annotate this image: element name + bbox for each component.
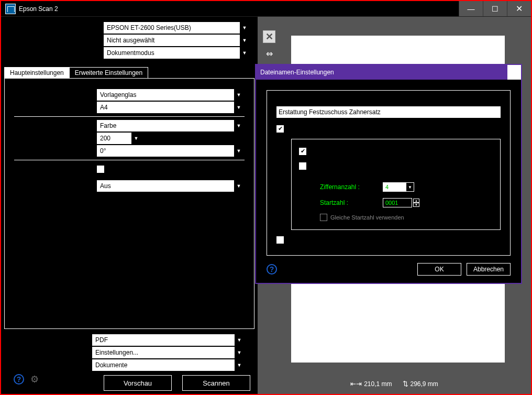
checkbox-1[interactable]: ✔ [276, 125, 284, 133]
chevron-down-icon: ▼ [131, 133, 141, 144]
format-value: PDF [95, 336, 108, 344]
corner-icons: ? ⚙ [14, 374, 40, 385]
color-value: Farbe [100, 122, 116, 129]
chevron-down-icon: ▼ [235, 359, 244, 371]
cancel-label: Abbrechen [473, 266, 504, 273]
spin-down-icon[interactable]: ▼ [413, 203, 419, 207]
chevron-down-icon: ▼ [240, 22, 249, 34]
scanner-value: EPSON ET-2600 Series(USB) [107, 24, 191, 31]
color-select[interactable]: Farbe ▼ [97, 120, 243, 131]
folder-value: Dokumente [95, 361, 127, 369]
option-select[interactable]: Aus ▼ [97, 180, 243, 192]
folder-select[interactable]: Dokumente ▼ [92, 359, 244, 371]
start-spinner[interactable]: 0001 ▲ ▼ [383, 198, 419, 207]
selection-value: Nicht ausgewählt [107, 37, 154, 44]
selection-select[interactable]: Nicht ausgewählt ▼ [104, 35, 249, 46]
width-icon: ⇤⇥ [350, 380, 362, 388]
gear-icon[interactable]: ⚙ [29, 374, 40, 385]
help-icon[interactable]: ? [14, 374, 24, 385]
format-select[interactable]: PDF ▼ [92, 334, 244, 346]
tab-main[interactable]: Haupteinstellungen [4, 67, 70, 79]
rotation-value: 0° [100, 147, 106, 155]
window-buttons: — ☐ ✕ [459, 1, 531, 16]
filename-input[interactable]: Erstattung Festzuschuss Zahnersatz [276, 106, 501, 118]
scan-button[interactable]: Scannen [182, 375, 250, 391]
scanner-select[interactable]: EPSON ET-2600 Series(USB) ▼ [104, 22, 249, 34]
clear-preview-button[interactable]: ✕ [263, 30, 275, 43]
scan-label: Scannen [203, 379, 229, 387]
filename-value: Erstattung Festzuschuss Zahnersatz [279, 108, 381, 116]
preview-button[interactable]: Vorschau [104, 375, 172, 391]
flip-horizontal-icon[interactable]: ⇔ [263, 47, 275, 60]
digits-select[interactable]: 4 ▼ [383, 182, 414, 192]
width-value: 210,1 mm [364, 380, 392, 388]
height-value: 296,9 mm [411, 380, 438, 388]
window-title: Epson Scan 2 [19, 5, 459, 13]
filename-settings-dialog: Dateinamen-Einstellungen Erstattung Fest… [255, 64, 522, 284]
separator [14, 160, 245, 160]
bottom-controls: PDF ▼ Einstellungen... ▼ Dokumente ▼ Vor… [4, 334, 254, 391]
dpi-value: 200 [100, 135, 110, 142]
chevron-down-icon: ▼ [234, 120, 243, 131]
preview-label: Vorschau [124, 379, 152, 387]
mode-select[interactable]: Dokumentmodus ▼ [104, 47, 249, 59]
close-button[interactable]: ✕ [507, 1, 531, 16]
checkbox-4[interactable] [276, 236, 284, 244]
filename-fieldset: Erstattung Festzuschuss Zahnersatz ✔ ✔ Z… [267, 90, 511, 256]
chevron-down-icon: ▼ [235, 347, 244, 358]
maximize-button[interactable]: ☐ [483, 1, 507, 16]
dialog-title-text: Dateinamen-Einstellungen [260, 69, 334, 76]
width-readout: ⇤⇥210,1 mm [350, 380, 392, 388]
chevron-down-icon: ▼ [235, 334, 244, 346]
app-window: Epson Scan 2 — ☐ ✕ EPSON ET-2600 Series(… [0, 0, 532, 395]
chevron-down-icon: ▼ [234, 180, 243, 192]
same-start-label: Gleiche Startzahl verwenden [330, 214, 404, 221]
source-value: Vorlagenglas [100, 91, 136, 98]
cancel-button[interactable]: Abbrechen [467, 263, 511, 276]
chevron-down-icon: ▼ [234, 102, 243, 113]
checkbox-2[interactable]: ✔ [299, 148, 306, 155]
chevron-down-icon: ▼ [406, 183, 414, 191]
ok-label: OK [435, 266, 444, 273]
ok-button[interactable]: OK [417, 263, 461, 276]
rotation-select[interactable]: 0° ▼ [97, 145, 243, 157]
height-readout: ⇅296,9 mm [403, 380, 438, 388]
checkbox-3[interactable] [299, 162, 306, 170]
settings-pane: EPSON ET-2600 Series(USB) ▼ Nicht ausgew… [1, 17, 258, 394]
start-label: Startzahl : [320, 199, 383, 206]
dialog-titlebar: Dateinamen-Einstellungen [256, 65, 521, 80]
digits-value: 4 [385, 184, 389, 190]
chevron-down-icon: ▼ [234, 89, 243, 101]
chevron-down-icon: ▼ [240, 47, 249, 59]
settings-value: Einstellungen... [95, 349, 138, 356]
tab-extended[interactable]: Erweiterte Einstellungen [69, 67, 148, 79]
app-icon [5, 4, 16, 14]
same-start-checkbox[interactable] [320, 214, 327, 221]
mode-value: Dokumentmodus [107, 49, 154, 57]
dialog-footer: ? OK Abbrechen [267, 263, 511, 276]
chevron-down-icon: ▼ [240, 35, 249, 46]
status-footer: ⇤⇥210,1 mm ⇅296,9 mm [258, 373, 531, 394]
dialog-help-icon[interactable]: ? [267, 264, 277, 275]
height-icon: ⇅ [403, 380, 408, 388]
size-value: A4 [100, 104, 108, 111]
minimize-button[interactable]: — [459, 1, 483, 16]
option-checkbox[interactable] [97, 166, 104, 173]
digits-label: Ziffernanzahl : [320, 183, 383, 191]
tabs: Haupteinstellungen Erweiterte Einstellun… [4, 67, 254, 79]
source-select[interactable]: Vorlagenglas ▼ [97, 89, 243, 101]
dpi-select[interactable]: 200 ▼ [97, 133, 141, 144]
dialog-close-button[interactable] [507, 65, 521, 80]
counter-fieldset: ✔ Ziffernanzahl : 4 ▼ Startzahl : 0001 [291, 139, 501, 230]
chevron-down-icon: ▼ [234, 145, 243, 157]
option-value: Aus [100, 182, 111, 190]
start-value: 0001 [385, 200, 398, 206]
spin-up-icon[interactable]: ▲ [413, 199, 419, 203]
filename-settings-select[interactable]: Einstellungen... ▼ [92, 347, 244, 358]
tab-panel-main: Vorlagenglas ▼ A4 ▼ Farbe ▼ [4, 78, 254, 329]
dialog-body: Erstattung Festzuschuss Zahnersatz ✔ ✔ Z… [256, 80, 521, 283]
separator [14, 116, 245, 117]
titlebar: Epson Scan 2 — ☐ ✕ [1, 1, 531, 17]
size-select[interactable]: A4 ▼ [97, 102, 243, 113]
